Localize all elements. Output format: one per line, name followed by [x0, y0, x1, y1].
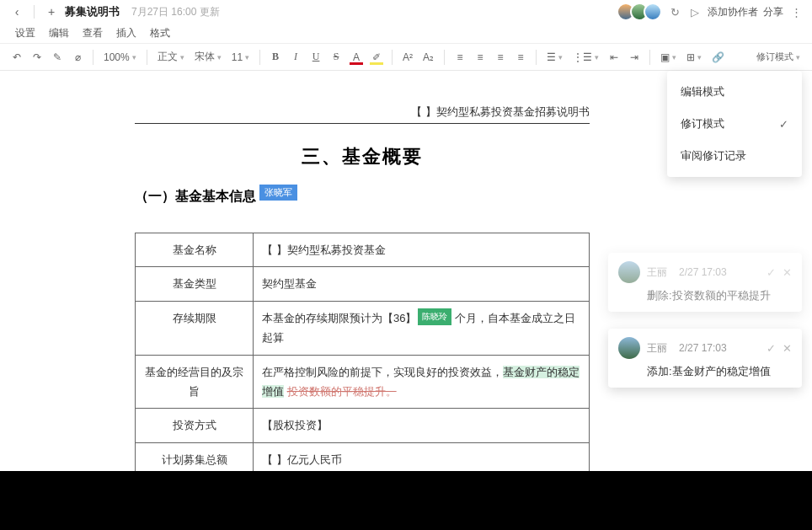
- redo-button[interactable]: ↷: [29, 48, 45, 67]
- avatar: [618, 337, 640, 359]
- insert-image-button[interactable]: ▣: [657, 48, 680, 67]
- title-bar: ‹ + 募集说明书 7月27日 16:00 更新 ↻ ▷ 添加协作者 分享 ⋮: [0, 0, 812, 24]
- cell-value: 【 】契约型私募投资基金: [254, 233, 590, 267]
- back-button[interactable]: ‹: [8, 3, 25, 20]
- revision-actions: ✓ ✕: [767, 342, 792, 355]
- italic-button[interactable]: I: [287, 48, 304, 67]
- menu-view[interactable]: 查看: [83, 26, 103, 40]
- revision-text: 基金财产的稳定增值: [672, 365, 771, 377]
- subsection-title: （一）基金基本信息 张晓军: [135, 188, 256, 206]
- mode-option-label: 修订模式: [681, 116, 724, 131]
- revision-card[interactable]: 王丽 2/27 17:03 ✓ ✕ 添加:基金财产的稳定增值: [608, 329, 802, 388]
- revision-action: 添加: [647, 365, 669, 377]
- highlight-button[interactable]: ✐: [368, 48, 385, 67]
- revision-time: 2/27 17:03: [679, 342, 727, 354]
- format-painter-button[interactable]: ✎: [49, 48, 66, 67]
- title-bar-left: ‹ + 募集说明书 7月27日 16:00 更新: [8, 3, 220, 20]
- cell-label: 存续期限: [136, 301, 254, 355]
- history-icon[interactable]: ↻: [667, 4, 682, 19]
- divider: [93, 50, 93, 65]
- paragraph-style-select[interactable]: 正文: [154, 48, 188, 67]
- font-family-select[interactable]: 宋体: [191, 48, 225, 67]
- divider: [147, 50, 147, 65]
- divider: [392, 50, 393, 65]
- title-bar-right: ↻ ▷ 添加协作者 分享 ⋮: [622, 3, 804, 21]
- document-title[interactable]: 募集说明书: [65, 4, 120, 19]
- superscript-button[interactable]: A²: [399, 48, 416, 67]
- table-row: 计划募集总额 【 】亿元人民币: [136, 442, 590, 471]
- avatar[interactable]: [644, 3, 662, 21]
- revision-user: 王丽: [647, 265, 667, 280]
- cell-label: 基金的经营目的及宗旨: [136, 355, 254, 409]
- page-header: 【 】契约型私募投资基金招募说明书: [135, 104, 590, 124]
- underline-button[interactable]: U: [307, 48, 324, 67]
- align-left-button[interactable]: ≡: [451, 48, 468, 67]
- edit-mode-button[interactable]: 修订模式: [753, 48, 804, 67]
- mode-option-track[interactable]: 修订模式 ✓: [667, 108, 802, 140]
- cell-value: 本基金的存续期限预计为【36】陈晓玲 个月，自本基金成立之日起算: [254, 301, 590, 355]
- strikethrough-button[interactable]: S: [328, 48, 345, 67]
- undo-button[interactable]: ↶: [8, 48, 25, 67]
- accept-icon[interactable]: ✓: [767, 342, 776, 355]
- cell-value: 【股权投资】: [254, 409, 590, 442]
- cell-label: 基金名称: [136, 233, 254, 267]
- avatar: [618, 261, 640, 283]
- toolbar: ↶ ↷ ✎ ⌀ 100% 正文 宋体 11 B I U S A ✐ A² A₂ …: [0, 44, 812, 71]
- menu-bar: 设置 编辑 查看 插入 格式: [0, 24, 812, 44]
- font-color-button[interactable]: A: [348, 48, 365, 67]
- more-icon[interactable]: ⋮: [788, 4, 804, 19]
- subsection-title-text: （一）基金基本信息: [135, 189, 256, 203]
- clear-format-button[interactable]: ⌀: [69, 48, 86, 67]
- page[interactable]: 【 】契约型私募投资基金招募说明书 三、基金概要 （一）基金基本信息 张晓军 基…: [93, 79, 632, 471]
- revision-body: 添加:基金财产的稳定增值: [618, 364, 792, 379]
- new-tab-button[interactable]: +: [43, 3, 60, 20]
- list-button[interactable]: ⋮☰: [569, 48, 602, 67]
- align-right-button[interactable]: ≡: [492, 48, 509, 67]
- table-row: 存续期限 本基金的存续期限预计为【36】陈晓玲 个月，自本基金成立之日起算: [136, 301, 590, 355]
- align-center-button[interactable]: ≡: [472, 48, 489, 67]
- divider: [649, 50, 650, 65]
- indent-increase-button[interactable]: ⇥: [626, 48, 643, 67]
- mode-option-label: 审阅修订记录: [681, 148, 746, 163]
- add-collaborator-button[interactable]: 添加协作者: [708, 5, 758, 19]
- insert-table-button[interactable]: ⊞: [683, 48, 705, 67]
- revision-action: 删除: [647, 289, 669, 302]
- menu-format[interactable]: 格式: [150, 26, 170, 40]
- line-spacing-button[interactable]: ☰: [543, 48, 566, 67]
- menu-edit[interactable]: 编辑: [49, 26, 69, 40]
- table-row: 基金类型 契约型基金: [136, 267, 590, 301]
- revision-card[interactable]: 王丽 2/27 17:03 ✓ ✕ 删除:投资数额的平稳提升: [608, 253, 802, 312]
- cell-label: 投资方式: [136, 409, 254, 442]
- mode-option-edit[interactable]: 编辑模式: [667, 76, 802, 108]
- subscript-button[interactable]: A₂: [419, 48, 437, 67]
- cell-label: 计划募集总额: [136, 442, 254, 471]
- revision-user: 王丽: [647, 341, 667, 356]
- reject-icon[interactable]: ✕: [783, 266, 792, 279]
- divider: [444, 50, 445, 65]
- bold-button[interactable]: B: [267, 48, 284, 67]
- cell-value: 【 】亿元人民币: [254, 442, 590, 471]
- section-title: 三、基金概要: [135, 144, 590, 169]
- menu-settings[interactable]: 设置: [15, 26, 35, 40]
- reject-icon[interactable]: ✕: [783, 342, 792, 355]
- accept-icon[interactable]: ✓: [767, 266, 776, 279]
- align-justify-button[interactable]: ≡: [512, 48, 529, 67]
- deleted-text: 投资数额的平稳提升。: [287, 385, 397, 398]
- text-fragment: 本基金的存续期限预计为【36】: [262, 312, 416, 324]
- indent-decrease-button[interactable]: ⇤: [606, 48, 622, 67]
- check-icon: ✓: [779, 118, 788, 131]
- revision-text: 投资数额的平稳提升: [672, 289, 771, 302]
- divider: [259, 50, 260, 65]
- divider: [536, 50, 537, 65]
- insert-link-button[interactable]: 🔗: [708, 48, 728, 67]
- play-icon[interactable]: ▷: [687, 4, 702, 19]
- collaborator-avatars[interactable]: [622, 3, 662, 21]
- zoom-select[interactable]: 100%: [100, 48, 140, 67]
- share-button[interactable]: 分享: [763, 5, 783, 19]
- collaborator-cursor-tag: 陈晓玲: [418, 308, 451, 325]
- text-fragment: 在严格控制风险的前提下，实现良好的投资效益，: [262, 366, 503, 378]
- mode-option-label: 编辑模式: [681, 84, 724, 99]
- mode-option-review[interactable]: 审阅修订记录: [667, 140, 802, 172]
- font-size-select[interactable]: 11: [228, 48, 253, 67]
- menu-insert[interactable]: 插入: [116, 26, 136, 40]
